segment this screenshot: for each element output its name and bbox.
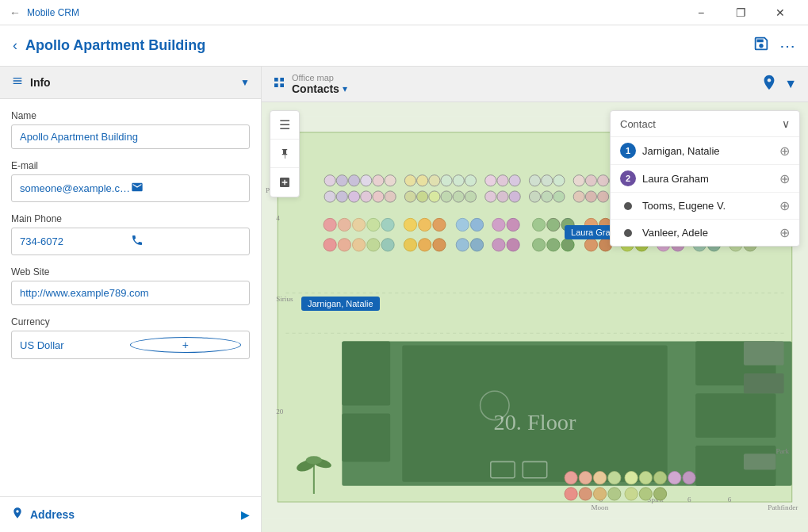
svg-point-60 [485, 191, 496, 202]
svg-point-97 [367, 239, 380, 251]
tab-dropdown-arrow[interactable]: ▾ [343, 83, 347, 94]
svg-rect-3 [280, 83, 284, 87]
close-button[interactable]: ✕ [762, 0, 798, 25]
map-container: 20. Floor [262, 102, 808, 532]
save-button[interactable] [752, 35, 770, 57]
info-icon [11, 75, 24, 90]
website-value: http://www.example789.com [20, 287, 241, 299]
drag-handle-laura[interactable]: ⊕ [779, 171, 790, 186]
list-view-button[interactable]: ☰ [270, 111, 299, 140]
contact-item-laura[interactable]: 2 Laura Graham ⊕ [611, 165, 799, 193]
svg-point-95 [338, 239, 350, 251]
email-label: E-mail [11, 160, 250, 171]
svg-point-104 [492, 239, 505, 251]
svg-point-63 [529, 191, 540, 202]
contact-item-left: 1 Jarnigan, Natalie [620, 143, 720, 159]
contact-panel-header: Contact ∨ [611, 111, 799, 137]
contact-panel-collapse[interactable]: ∨ [782, 117, 790, 130]
main-content: Info ▼ Name Apollo Apartment Building E-… [0, 67, 808, 532]
svg-point-77 [456, 218, 469, 231]
svg-point-53 [385, 191, 396, 202]
left-panel: Info ▼ Name Apollo Apartment Building E-… [0, 67, 262, 532]
svg-point-57 [441, 191, 452, 202]
svg-point-82 [547, 218, 560, 231]
contact-dot-vanleer [624, 229, 632, 237]
svg-rect-120 [744, 373, 784, 393]
svg-point-98 [381, 239, 394, 251]
svg-rect-7 [342, 341, 390, 405]
svg-point-79 [492, 218, 505, 231]
jarnigan-map-label[interactable]: Jarnigan, Natalie [301, 297, 380, 311]
drag-handle-jarnigan[interactable]: ⊕ [779, 144, 790, 159]
titlebar-left: ← Mobile CRM [10, 6, 79, 19]
address-section[interactable]: Address ▶ [0, 496, 261, 532]
svg-point-147 [608, 488, 621, 500]
email-icon[interactable] [131, 181, 242, 196]
contacts-tab[interactable]: Contacts [292, 82, 339, 95]
restore-button[interactable]: ❐ [722, 0, 759, 25]
app-title: Mobile CRM [27, 7, 79, 18]
svg-rect-11 [695, 393, 775, 438]
add-map-button[interactable] [270, 168, 299, 197]
header-right: ⋯ [752, 35, 795, 57]
svg-point-31 [509, 175, 520, 186]
contact-item-jarnigan[interactable]: 1 Jarnigan, Natalie ⊕ [611, 137, 799, 165]
add-currency-icon[interactable]: + [130, 337, 242, 353]
info-dropdown-arrow[interactable]: ▼ [240, 77, 250, 88]
window-controls: − ❐ ✕ [683, 0, 798, 25]
svg-point-28 [465, 175, 476, 186]
app-header: ‹ Apollo Apartment Building ⋯ [0, 25, 808, 67]
pin-tool-button[interactable] [270, 140, 299, 168]
svg-point-67 [585, 191, 596, 202]
svg-point-69 [324, 218, 336, 231]
svg-point-58 [453, 191, 464, 202]
back-icon[interactable]: ← [10, 6, 21, 19]
titlebar: ← Mobile CRM − ❐ ✕ [0, 0, 808, 25]
svg-point-59 [465, 191, 476, 202]
header-back-button[interactable]: ‹ [13, 37, 17, 54]
contact-name-tooms: Tooms, Eugene V. [642, 200, 726, 212]
svg-text:6: 6 [728, 496, 732, 503]
form-area: Name Apollo Apartment Building E-mail so… [0, 99, 261, 370]
svg-point-61 [497, 191, 508, 202]
svg-point-21 [373, 175, 384, 186]
email-input[interactable]: someone@example.com [11, 174, 250, 202]
svg-point-51 [361, 191, 372, 202]
address-expand-arrow[interactable]: ▶ [241, 508, 250, 521]
svg-point-73 [381, 218, 394, 231]
svg-point-106 [532, 239, 545, 251]
svg-point-105 [507, 239, 519, 251]
website-input[interactable]: http://www.example789.com [11, 281, 250, 305]
contact-dot-tooms [624, 202, 632, 210]
svg-point-23 [404, 175, 415, 186]
svg-rect-119 [744, 341, 784, 365]
minimize-button[interactable]: − [683, 0, 719, 25]
currency-value: US Dollar [20, 339, 130, 351]
contact-item-vanleer[interactable]: Vanleer, Adele ⊕ [611, 220, 799, 246]
drag-handle-vanleer[interactable]: ⊕ [779, 225, 790, 240]
map-contact-icon[interactable] [760, 74, 778, 94]
website-field-group: Web Site http://www.example789.com [11, 266, 250, 305]
svg-point-49 [336, 191, 347, 202]
svg-point-22 [385, 175, 396, 186]
page-title: Apollo Apartment Building [25, 37, 205, 54]
svg-point-20 [361, 175, 372, 186]
right-section-labels: Office map Contacts ▾ [292, 73, 347, 95]
svg-point-75 [419, 218, 431, 231]
svg-point-78 [470, 218, 483, 231]
name-value: Apollo Apartment Building [20, 131, 241, 143]
svg-text:6: 6 [687, 496, 691, 503]
contact-item-tooms[interactable]: Tooms, Eugene V. ⊕ [611, 193, 799, 220]
svg-point-52 [373, 191, 384, 202]
svg-point-50 [348, 191, 359, 202]
phone-icon[interactable] [131, 234, 242, 249]
drag-handle-tooms[interactable]: ⊕ [779, 198, 790, 213]
info-section-header[interactable]: Info ▼ [0, 67, 261, 99]
svg-point-37 [598, 175, 609, 186]
phone-input[interactable]: 734-6072 [11, 228, 250, 255]
currency-input[interactable]: US Dollar + [11, 331, 250, 359]
more-options-button[interactable]: ⋯ [779, 36, 795, 55]
name-input[interactable]: Apollo Apartment Building [11, 124, 250, 149]
right-panel-dropdown-arrow[interactable]: ▼ [784, 77, 797, 91]
svg-point-55 [417, 191, 428, 202]
